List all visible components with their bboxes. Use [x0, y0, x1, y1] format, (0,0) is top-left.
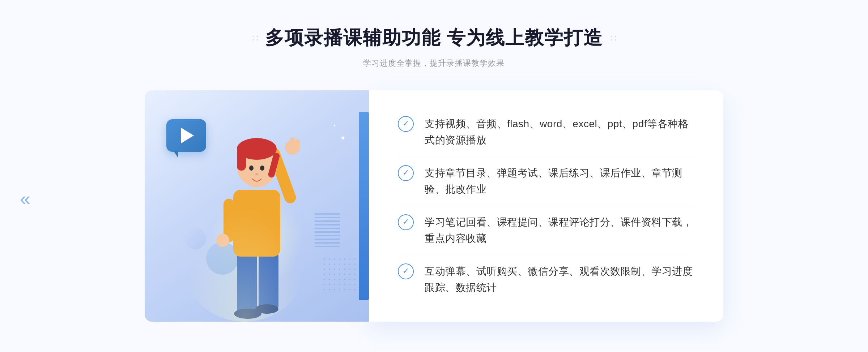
svg-point-12 — [260, 166, 264, 171]
check-icon-1: ✓ — [403, 120, 409, 128]
title-decorator-right: ∷ — [610, 32, 616, 44]
play-triangle-icon — [181, 128, 194, 143]
feature-item-4: ✓ 互动弹幕、试听购买、微信分享、观看次数限制、学习进度跟踪、数据统计 — [398, 256, 694, 303]
blue-vertical-bar — [359, 112, 369, 300]
separator-2 — [398, 206, 694, 206]
title-row: ∷ 多项录播课辅助功能 专为线上教学打造 ∷ — [252, 25, 616, 51]
page-container: « ∷ 多项录播课辅助功能 专为线上教学打造 ∷ 学习进度全掌握，提升录播课教学… — [0, 0, 868, 352]
feature-text-3: 学习笔记回看、课程提问、课程评论打分、课件资料下载，重点内容收藏 — [425, 214, 694, 247]
check-circle-3: ✓ — [398, 214, 414, 230]
spotlight-effect — [183, 206, 306, 322]
main-content: ✓ 支持视频、音频、flash、word、excel、ppt、pdf等各种格式的… — [145, 90, 723, 322]
features-panel: ✓ 支持视频、音频、flash、word、excel、ppt、pdf等各种格式的… — [369, 90, 723, 322]
check-circle-1: ✓ — [398, 116, 414, 132]
svg-point-13 — [255, 173, 258, 175]
subtitle: 学习进度全掌握，提升录播课教学效果 — [252, 58, 616, 69]
feature-item-1: ✓ 支持视频、音频、flash、word、excel、ppt、pdf等各种格式的… — [398, 109, 694, 156]
feature-text-2: 支持章节目录、弹题考试、课后练习、课后作业、章节测验、批改作业 — [425, 165, 694, 198]
check-icon-4: ✓ — [403, 267, 409, 275]
stripe-decoration — [315, 213, 340, 249]
svg-point-11 — [249, 166, 254, 171]
svg-rect-9 — [237, 149, 246, 171]
main-title: 多项录播课辅助功能 专为线上教学打造 — [265, 25, 603, 51]
title-decorator-left: ∷ — [252, 32, 258, 44]
feature-text-1: 支持视频、音频、flash、word、excel、ppt、pdf等各种格式的资源… — [425, 116, 694, 149]
feature-item-3: ✓ 学习笔记回看、课程提问、课程评论打分、课件资料下载，重点内容收藏 — [398, 207, 694, 254]
svg-rect-15 — [295, 139, 300, 152]
header-section: ∷ 多项录播课辅助功能 专为线上教学打造 ∷ 学习进度全掌握，提升录播课教学效果 — [252, 25, 616, 69]
feature-text-4: 互动弹幕、试听购买、微信分享、观看次数限制、学习进度跟踪、数据统计 — [425, 263, 694, 296]
svg-rect-16 — [290, 137, 295, 148]
check-icon-3: ✓ — [403, 218, 409, 226]
separator-1 — [398, 157, 694, 157]
separator-3 — [398, 255, 694, 255]
feature-item-2: ✓ 支持章节目录、弹题考试、课后练习、课后作业、章节测验、批改作业 — [398, 158, 694, 205]
dots-pattern-inside — [322, 257, 358, 293]
illustration-panel — [145, 90, 369, 322]
check-circle-2: ✓ — [398, 165, 414, 181]
left-chevron-decoration: « — [20, 188, 30, 210]
check-icon-2: ✓ — [403, 169, 409, 177]
check-circle-4: ✓ — [398, 263, 414, 279]
